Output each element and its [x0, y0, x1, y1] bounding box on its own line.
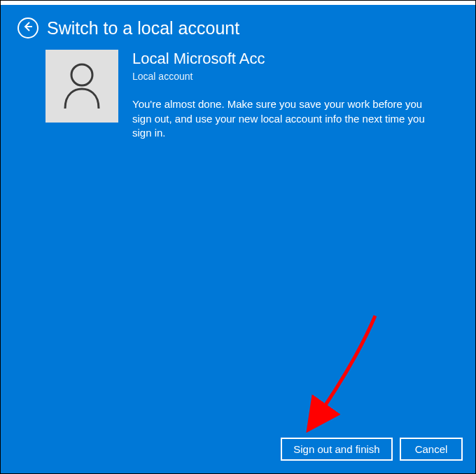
sign-out-finish-button[interactable]: Sign out and finish — [281, 438, 393, 461]
svg-point-0 — [71, 64, 92, 85]
profile-icon — [58, 60, 106, 113]
account-info: Local Microsoft Acc Local account You're… — [132, 50, 458, 140]
back-button[interactable] — [18, 18, 38, 39]
footer-buttons: Sign out and finish Cancel — [281, 438, 463, 461]
annotation-arrow-icon — [270, 309, 396, 449]
header: Switch to a local account — [1, 1, 475, 50]
content-area: Local Microsoft Acc Local account You're… — [1, 50, 475, 140]
page-title: Switch to a local account — [47, 18, 239, 39]
cancel-button[interactable]: Cancel — [400, 438, 463, 461]
top-border-strip — [1, 1, 475, 5]
account-name: Local Microsoft Acc — [132, 50, 458, 68]
user-avatar — [46, 50, 118, 123]
account-type: Local account — [132, 71, 458, 82]
arrow-left-icon — [22, 21, 34, 35]
description-text: You're almost done. Make sure you save y… — [132, 97, 426, 140]
